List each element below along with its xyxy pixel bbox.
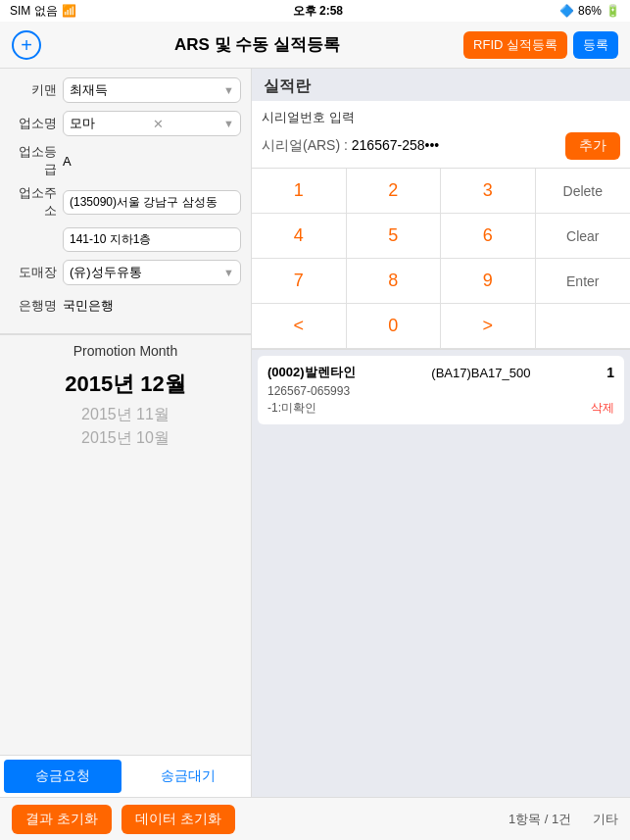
result-item-status: -1:미확인 삭제 xyxy=(267,400,614,417)
battery-icon: 🔋 xyxy=(606,4,620,18)
result-item-header: (0002)발렌타인 (BA17)BA17_500 1 xyxy=(267,364,614,381)
right-header-title: 실적란 xyxy=(264,76,618,97)
promotion-month-label: Promotion Month xyxy=(0,343,251,359)
header-title: ARS 및 수동 실적등록 xyxy=(51,33,463,56)
right-header: 실적란 xyxy=(252,69,630,101)
rfid-button[interactable]: RFID 실적등록 xyxy=(463,31,567,59)
form-row-bank: 은행명 국민은행 xyxy=(10,292,241,320)
status-time: 오후 2:58 xyxy=(293,3,343,20)
status-bar: SIM 없음 📶 오후 2:58 🔷 86% 🔋 xyxy=(0,0,630,22)
serial-input-row: 시리얼(ARS) : 216567-258••• 추가 xyxy=(262,132,620,160)
key-clear[interactable]: Clear xyxy=(536,214,631,259)
serial-input-label: 시리얼번호 입력 xyxy=(262,109,620,126)
month-picker-inner: 2015년 12월 2015년 11월 2015년 10월 xyxy=(0,367,251,451)
key-2[interactable]: 2 xyxy=(347,169,442,214)
key-enter[interactable]: Enter xyxy=(536,259,631,304)
form-row-business: 업소명 모마 ✕ ▼ xyxy=(10,110,241,137)
results-list: (0002)발렌타인 (BA17)BA17_500 1 126567-06599… xyxy=(252,350,630,797)
address-value: (135090)서울 강남구 삼성동 xyxy=(63,190,241,215)
chevron-down-icon: ▼ xyxy=(223,84,234,96)
key-5[interactable]: 5 xyxy=(347,214,442,259)
form-row-address2: 141-10 지하1층 xyxy=(10,225,241,253)
bluetooth-icon: 🔷 xyxy=(559,4,574,18)
key-4[interactable]: 4 xyxy=(252,214,347,259)
form-row-grade: 업소등급 A xyxy=(10,143,241,178)
form-row-keyman: 키맨 최재득 ▼ xyxy=(10,76,241,104)
right-panel: 실적란 시리얼번호 입력 시리얼(ARS) : 216567-258••• 추가… xyxy=(252,69,630,797)
key-empty xyxy=(536,304,631,349)
label-bank: 은행명 xyxy=(10,297,57,315)
label-business: 업소명 xyxy=(10,115,57,132)
footer-summary: 1항목 / 1건 기타 xyxy=(509,811,618,828)
battery-text: 86% xyxy=(578,4,602,18)
register-button[interactable]: 등록 xyxy=(573,31,618,59)
serial-value: 216567-258••• xyxy=(352,137,439,153)
key-right[interactable]: > xyxy=(441,304,536,349)
serial-display: 시리얼(ARS) : 216567-258••• xyxy=(262,137,439,155)
header: + ARS 및 수동 실적등록 RFID 실적등록 등록 xyxy=(0,22,630,69)
chevron-down-icon: ▼ xyxy=(223,267,234,278)
select-keyman[interactable]: 최재득 ▼ xyxy=(63,77,241,103)
result-item-name: (0002)발렌타인 xyxy=(267,364,356,381)
status-right: 🔷 86% 🔋 xyxy=(559,4,620,18)
key-6[interactable]: 6 xyxy=(441,214,536,259)
footer-buttons: 결과 초기화 데이터 초기화 xyxy=(12,805,235,834)
month-secondary-1[interactable]: 2015년 11월 xyxy=(81,403,170,427)
add-button[interactable]: + xyxy=(12,30,41,60)
key-8[interactable]: 8 xyxy=(347,259,442,304)
serial-label-text: 시리얼(ARS) : xyxy=(262,137,352,153)
grade-value: A xyxy=(63,154,241,169)
data-reset-button[interactable]: 데이터 초기화 xyxy=(121,805,235,834)
key-9[interactable]: 9 xyxy=(441,259,536,304)
form-section: 키맨 최재득 ▼ 업소명 모마 ✕ ▼ 업소등급 A xyxy=(0,69,251,333)
wifi-icon: 📶 xyxy=(62,4,76,18)
key-7[interactable]: 7 xyxy=(252,259,347,304)
tab-remittance-request[interactable]: 송금요청 xyxy=(4,760,121,793)
key-left[interactable]: < xyxy=(252,304,347,349)
select-wholesaler[interactable]: (유)성두유통 ▼ xyxy=(63,260,241,285)
main-container: 키맨 최재득 ▼ 업소명 모마 ✕ ▼ 업소등급 A xyxy=(0,69,630,797)
status-left: SIM 없음 📶 xyxy=(10,3,76,20)
label-address: 업소주소 xyxy=(10,184,57,220)
promotion-month-section: Promotion Month xyxy=(0,334,251,367)
serial-add-button[interactable]: 추가 xyxy=(565,132,620,160)
label-grade: 업소등급 xyxy=(10,143,57,178)
business-value: 모마 xyxy=(70,115,95,132)
footer-summary-text: 1항목 / 1건 xyxy=(509,812,571,826)
bottom-footer: 결과 초기화 데이터 초기화 1항목 / 1건 기타 xyxy=(0,797,630,840)
serial-section: 시리얼번호 입력 시리얼(ARS) : 216567-258••• 추가 xyxy=(252,101,630,169)
numpad: 1 2 3 Delete 4 5 6 Clear 7 8 9 Enter < 0… xyxy=(252,169,630,350)
tab-remittance-pending[interactable]: 송금대기 xyxy=(129,760,247,793)
key-0[interactable]: 0 xyxy=(347,304,442,349)
result-item: (0002)발렌타인 (BA17)BA17_500 1 126567-06599… xyxy=(258,356,624,424)
result-item-count: 1 xyxy=(606,365,614,380)
label-keyman: 키맨 xyxy=(10,81,57,99)
address-value2: 141-10 지하1층 xyxy=(63,227,241,252)
result-item-code: (BA17)BA17_500 xyxy=(431,366,530,380)
header-buttons: RFID 실적등록 등록 xyxy=(463,31,618,59)
result-reset-button[interactable]: 결과 초기화 xyxy=(12,805,112,834)
key-1[interactable]: 1 xyxy=(252,169,347,214)
left-panel: 키맨 최재득 ▼ 업소명 모마 ✕ ▼ 업소등급 A xyxy=(0,69,252,797)
month-picker[interactable]: 2015년 12월 2015년 11월 2015년 10월 xyxy=(0,367,251,755)
footer-category-text: 기타 xyxy=(593,812,618,826)
month-primary[interactable]: 2015년 12월 xyxy=(65,367,186,403)
key-delete[interactable]: Delete xyxy=(536,169,631,214)
form-row-wholesaler: 도매장 (유)성두유통 ▼ xyxy=(10,259,241,286)
result-item-confirm: -1:미확인 xyxy=(267,400,316,417)
chevron-down-icon: ▼ xyxy=(223,118,234,129)
form-row-address: 업소주소 (135090)서울 강남구 삼성동 xyxy=(10,184,241,220)
result-delete-button[interactable]: 삭제 xyxy=(591,400,614,417)
wholesaler-value: (유)성두유통 xyxy=(70,264,142,281)
keyman-value: 최재득 xyxy=(70,81,108,99)
bank-value: 국민은행 xyxy=(63,297,241,315)
label-wholesaler: 도매장 xyxy=(10,264,57,281)
clear-x-icon[interactable]: ✕ xyxy=(153,117,164,131)
left-bottom-tabs: 송금요청 송금대기 xyxy=(0,755,251,797)
month-secondary-2[interactable]: 2015년 10월 xyxy=(81,426,170,451)
select-business[interactable]: 모마 ✕ ▼ xyxy=(63,111,241,136)
key-3[interactable]: 3 xyxy=(441,169,536,214)
carrier-text: SIM 없음 xyxy=(10,3,58,20)
result-item-serial: 126567-065993 xyxy=(267,384,614,398)
